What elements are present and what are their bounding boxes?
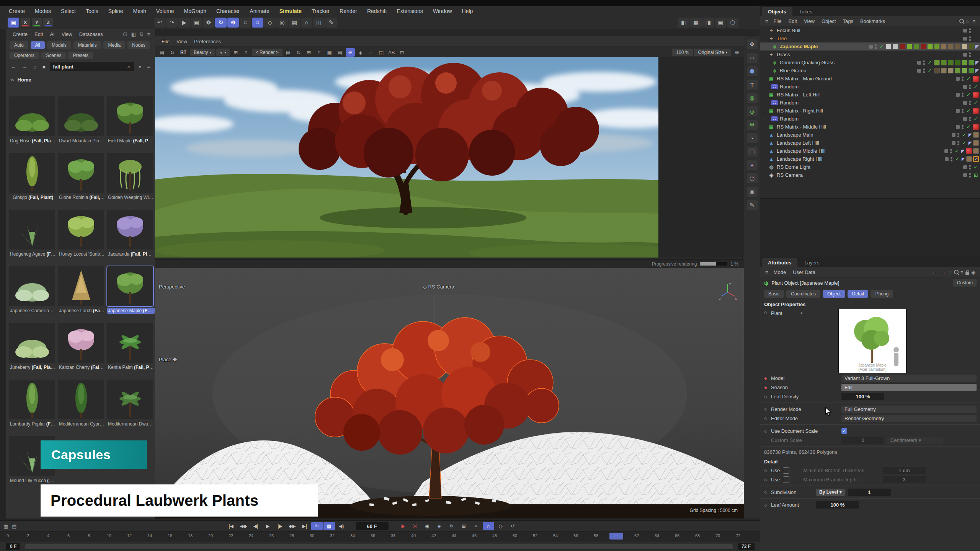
update-icon[interactable]: ↺	[507, 522, 519, 530]
layer-swatch[interactable]	[963, 85, 967, 89]
visibility-dot-editor[interactable]	[969, 52, 971, 54]
axis-x-button[interactable]: X	[20, 18, 30, 27]
panel-icon[interactable]: ◧	[129, 31, 138, 37]
visibility-dot-editor[interactable]	[923, 60, 925, 62]
visibility-dots[interactable]	[962, 93, 964, 97]
database-icon[interactable]: ⛁	[121, 31, 129, 37]
custom-button[interactable]: Custom	[953, 279, 977, 287]
visibility-dots[interactable]	[875, 44, 877, 49]
ab-compare-icon[interactable]: AB	[387, 48, 396, 57]
mirror-icon[interactable]: ◫	[313, 18, 325, 28]
object-row-rs-matrix-middle-hill[interactable]: ▦RS Matrix - Middle Hill✓	[760, 123, 980, 131]
redo-icon[interactable]: ↷	[166, 18, 178, 28]
menu-window[interactable]: Window	[428, 6, 457, 16]
asset-menu-create[interactable]: Create	[9, 31, 31, 37]
visibility-dot-editor[interactable]	[969, 101, 971, 103]
attr-search-icon[interactable]	[954, 270, 959, 274]
asset-item[interactable]: Juneberry (Fall, Plant)	[9, 323, 57, 370]
redshift-material-icon[interactable]	[973, 92, 979, 98]
layer-swatch[interactable]	[963, 53, 967, 57]
material-swatch[interactable]	[962, 68, 967, 73]
tab-attributes[interactable]: Attributes	[762, 258, 797, 267]
asset-menu-edit[interactable]: Edit	[31, 31, 46, 37]
object-row-rs-matrix-right-hill[interactable]: ▦RS Matrix - Right Hill✓	[760, 107, 980, 115]
render-select[interactable]: < Render >	[252, 49, 283, 56]
tab-takes[interactable]: Takes	[793, 7, 818, 16]
layer-swatch[interactable]	[963, 117, 967, 121]
menu-extensions[interactable]: Extensions	[392, 6, 428, 16]
object-row-grass[interactable]: ⌖Grass	[760, 51, 980, 59]
object-row-japanese-maple[interactable]: └ψJapanese Maple✓◤	[760, 42, 980, 51]
visibility-dots[interactable]	[950, 149, 952, 153]
render-menu-file[interactable]: File	[158, 39, 173, 44]
menu-select[interactable]: Select	[56, 6, 81, 16]
filter-auto[interactable]: Auto	[10, 41, 28, 49]
visibility-dot-render[interactable]	[957, 143, 959, 145]
attr-tab-coordinates[interactable]: Coordinates	[786, 290, 820, 298]
layer-swatch[interactable]	[963, 37, 967, 41]
attr-menu-user-data[interactable]: User Data	[789, 269, 819, 275]
subdivision-mode-select[interactable]: By Level ▾	[816, 489, 845, 496]
quantize-icon[interactable]: ⌗	[252, 18, 263, 28]
record-position-icon[interactable]: ◈	[434, 522, 445, 530]
visibility-dots[interactable]	[957, 133, 959, 137]
layer-swatch[interactable]	[917, 69, 921, 73]
refresh-icon[interactable]: ↻	[294, 48, 303, 57]
visibility-dot-editor[interactable]	[969, 36, 971, 38]
forward-icon[interactable]: →	[20, 64, 29, 70]
visibility-dots[interactable]	[969, 101, 971, 105]
visibility-dot-render[interactable]	[969, 176, 971, 178]
object-row-focus-null[interactable]: ⌖Focus Null	[760, 26, 980, 34]
back-icon[interactable]: ←	[9, 64, 18, 70]
clock-tool-icon[interactable]: ◷	[747, 173, 758, 183]
visibility-dot-editor[interactable]	[962, 109, 964, 111]
filter-materials[interactable]: Materials	[74, 41, 101, 49]
next-key-icon[interactable]: ◆▶	[287, 522, 298, 530]
material-swatch[interactable]	[934, 68, 940, 73]
asset-item[interactable]: Japanese Maple (Fall, …	[107, 266, 155, 314]
compare-icon[interactable]: ◌	[366, 48, 376, 57]
plant-preview-thumbnail[interactable]: Japanese Maple (Acer palmatum)	[838, 309, 906, 373]
material-swatch[interactable]	[948, 44, 954, 49]
layer-swatch[interactable]	[963, 101, 967, 105]
material-swatch[interactable]	[973, 140, 979, 146]
magnet-icon[interactable]: ∩	[301, 18, 312, 28]
solo-icon[interactable]: ◎	[495, 522, 506, 530]
layer-swatch[interactable]	[963, 173, 967, 177]
enable-check-icon[interactable]: ✓	[973, 84, 979, 90]
record-parameter-icon[interactable]: ≡	[470, 522, 482, 530]
simulate-settings-icon[interactable]: ☸	[227, 18, 239, 28]
om-search-icon[interactable]	[959, 19, 964, 23]
visibility-dot-editor[interactable]	[969, 85, 971, 86]
move-tool-icon[interactable]: ✥	[747, 39, 758, 49]
perspective-viewport[interactable]: Perspective ◇ RS Camera Place ✥ Grid Spa…	[155, 268, 744, 518]
material-swatch[interactable]	[920, 44, 926, 49]
attr-forward-icon[interactable]: →	[939, 269, 948, 275]
object-row-random[interactable]: └∷Random✓	[760, 115, 980, 123]
axis-gizmo[interactable]: Y X Z	[719, 282, 737, 300]
visibility-dot-editor[interactable]	[957, 133, 959, 135]
object-row-landscape-main[interactable]: ▲Landscape Main✓◤	[760, 131, 980, 139]
menu-animate[interactable]: Animate	[245, 6, 274, 16]
asset-item[interactable]: Dog-Rose (Fall, Plant)	[9, 96, 57, 144]
object-row-blue-grama[interactable]: └ψBlue Grama✓◤	[760, 67, 980, 75]
place-tool-label[interactable]: Place ✥	[159, 357, 177, 362]
om-menu-edit[interactable]: Edit	[785, 18, 800, 24]
tiles-icon[interactable]: ▦	[325, 48, 334, 57]
visibility-dot-render[interactable]	[969, 87, 971, 89]
use-doc-scale-checkbox[interactable]: ✓	[841, 428, 847, 434]
fullscreen-icon[interactable]: ⊡	[397, 48, 407, 57]
menu-spline[interactable]: Spline	[103, 6, 128, 16]
protractor-tool-icon[interactable]: ◔	[747, 133, 758, 143]
playhead[interactable]	[609, 533, 623, 540]
filter-all[interactable]: All	[31, 41, 45, 49]
search-input-field[interactable]	[52, 64, 125, 70]
menu-render[interactable]: Render	[335, 6, 362, 16]
layer-swatch[interactable]	[869, 45, 873, 49]
visibility-dot-editor[interactable]	[962, 93, 964, 95]
material-swatch[interactable]	[955, 68, 960, 73]
simulate-play-icon[interactable]: ↻	[215, 18, 227, 28]
om-menu-bookmarks[interactable]: Bookmarks	[857, 18, 889, 24]
material-swatch[interactable]	[973, 148, 979, 154]
leaf-amount-field[interactable]: 100 %	[816, 501, 859, 509]
